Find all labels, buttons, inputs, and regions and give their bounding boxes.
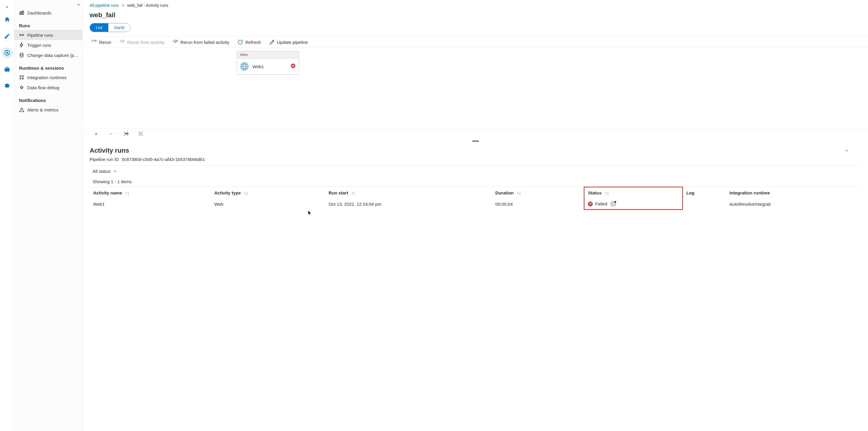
sidebar-item-cdc[interactable]: Change data capture (previ...	[14, 50, 82, 60]
cell-run-start: Oct 13, 2022, 12:24:04 pm	[325, 198, 492, 209]
col-status[interactable]: Status↑↓	[584, 187, 682, 198]
status-filter-dropdown[interactable]: All status	[93, 169, 117, 174]
tool-label: Rerun from failed activity	[180, 40, 229, 45]
rerun-from-failed-button[interactable]: Rerun from failed activity	[173, 39, 229, 45]
pane-resize-handle[interactable]: ▬▬	[83, 139, 868, 142]
view-toggle: List Gantt	[90, 23, 130, 32]
pipeline-run-id-row: Pipeline run ID 5c87380d-c5d5-4a7c-af43-…	[90, 157, 861, 165]
items-count-label: Showing 1 - 1 items	[90, 177, 861, 187]
run-id-label: Pipeline run ID	[90, 157, 119, 162]
zoom-out-icon[interactable]: －	[108, 131, 114, 137]
canvas-zoom-controls: ＋ － 100%	[83, 128, 868, 139]
fit-screen-icon[interactable]	[137, 131, 144, 137]
cell-activity-type: Web	[211, 198, 325, 209]
rail-monitor-icon[interactable]	[2, 47, 12, 58]
sidebar-section-runtimes: Runtimes & sessions	[14, 60, 82, 72]
breadcrumb-root-link[interactable]: All pipeline runs	[90, 3, 119, 8]
rail-edit-icon[interactable]	[2, 31, 12, 41]
run-id-value: 5c87380d-c5d5-4a7c-af43-1b5378b66d61	[122, 157, 205, 162]
svg-point-14	[122, 42, 123, 43]
col-log[interactable]: Log	[683, 187, 726, 198]
cursor-indicator	[308, 210, 312, 216]
breadcrumb: All pipeline runs > web_fail - Activity …	[83, 0, 868, 9]
rail-learn-icon[interactable]	[2, 80, 12, 91]
toolbar: Rerun Rerun from activity Rerun from fai…	[83, 36, 868, 48]
sort-icon: ↑↓	[517, 190, 521, 195]
tool-label: Rerun	[99, 40, 111, 45]
zoom-in-icon[interactable]: ＋	[93, 131, 99, 137]
breadcrumb-separator: >	[122, 3, 124, 8]
sort-icon: ↑↓	[351, 190, 356, 195]
col-duration[interactable]: Duration↑↓	[492, 187, 584, 198]
collapse-section-icon[interactable]	[844, 148, 861, 154]
svg-point-1	[6, 52, 8, 53]
toggle-list-button[interactable]: List	[90, 24, 108, 32]
rail-home-icon[interactable]	[2, 14, 12, 25]
col-run-start[interactable]: Run start↑↓	[325, 187, 492, 198]
globe-icon	[240, 62, 249, 71]
col-activity-name[interactable]: Activity name↑↓	[90, 187, 211, 198]
sidebar-item-label: Change data capture (previ...	[27, 53, 79, 58]
cell-duration: 00:00:04	[492, 198, 584, 209]
sort-icon: ↑↓	[125, 190, 130, 195]
svg-rect-20	[140, 133, 142, 135]
sort-icon: ↑↓	[604, 190, 609, 195]
tool-label: Refresh	[245, 40, 261, 45]
sidebar-item-label: Trigger runs	[27, 43, 51, 48]
table-row[interactable]: Web1 Web Oct 13, 2022, 12:24:04 pm 00:00…	[90, 198, 861, 209]
pipeline-canvas[interactable]: Web Web1	[83, 48, 868, 128]
error-icon	[290, 63, 296, 70]
svg-rect-3	[20, 13, 21, 14]
activity-runs-section: Activity runs Pipeline run ID 5c87380d-c…	[83, 142, 868, 431]
chevron-down-icon	[113, 169, 117, 173]
svg-text:100%: 100%	[125, 133, 128, 135]
collapse-sidebar-icon[interactable]: «	[78, 2, 80, 7]
page-title: web_fail	[83, 9, 868, 23]
cell-status: ✕ Failed 💬	[584, 198, 682, 209]
refresh-button[interactable]: Refresh	[238, 39, 261, 45]
sidebar-item-dashboards[interactable]: Dashboards	[14, 8, 82, 18]
col-activity-type[interactable]: Activity type↑↓	[211, 187, 325, 198]
rerun-button[interactable]: Rerun	[91, 39, 111, 45]
sidebar-section-notifications: Notifications	[14, 93, 82, 105]
failed-status-icon: ✕	[588, 202, 593, 206]
rail-toolbox-icon[interactable]	[2, 64, 12, 75]
svg-rect-4	[21, 12, 22, 14]
col-integration-runtime[interactable]: Integration runtime	[726, 187, 861, 198]
tool-label: Update pipeline	[277, 40, 308, 45]
sidebar-item-integration-runtimes[interactable]: Integration runtimes	[14, 72, 82, 82]
expand-rail-icon[interactable]: »	[4, 2, 10, 11]
sidebar-item-label: Pipeline runs	[27, 33, 53, 38]
zoom-reset-icon[interactable]: 100%	[123, 131, 129, 137]
svg-point-8	[20, 53, 24, 55]
cell-integration-runtime: AutoResolveIntegrati	[726, 198, 861, 209]
icon-rail: »	[0, 0, 14, 431]
sidebar-item-pipeline-runs[interactable]: Pipeline runs	[14, 30, 82, 40]
svg-point-7	[22, 34, 24, 36]
sidebar-section-runs: Runs	[14, 18, 82, 30]
status-details-icon[interactable]: 💬	[611, 202, 616, 206]
sidebar-item-dataflow-debug[interactable]: Data flow debug	[14, 82, 82, 93]
svg-point-10	[23, 75, 24, 76]
cell-log	[683, 198, 726, 209]
status-text: Failed	[595, 201, 607, 206]
rerun-from-activity-button: Rerun from activity	[120, 39, 164, 45]
sidebar-item-label: Dashboards	[27, 10, 51, 15]
update-pipeline-button[interactable]: Update pipeline	[269, 39, 308, 45]
sidebar-item-alerts[interactable]: Alerts & metrics	[14, 105, 82, 115]
sort-icon: ↑↓	[244, 190, 248, 195]
filter-label: All status	[93, 169, 111, 174]
svg-point-6	[20, 34, 21, 36]
svg-rect-5	[23, 11, 24, 14]
sidebar-item-trigger-runs[interactable]: Trigger runs	[14, 40, 82, 50]
sidebar-item-label: Integration runtimes	[27, 75, 67, 80]
node-name-label: Web1	[252, 64, 287, 69]
sidebar: « Dashboards Runs Pipeline runs Trigger …	[14, 0, 83, 431]
svg-rect-2	[4, 68, 9, 71]
node-type-label: Web	[237, 51, 299, 58]
toggle-gantt-button[interactable]: Gantt	[108, 24, 130, 32]
sidebar-item-label: Alerts & metrics	[27, 107, 58, 112]
activity-node-web1[interactable]: Web Web1	[237, 51, 299, 75]
svg-point-9	[20, 75, 21, 76]
cell-activity-name: Web1	[90, 198, 211, 209]
